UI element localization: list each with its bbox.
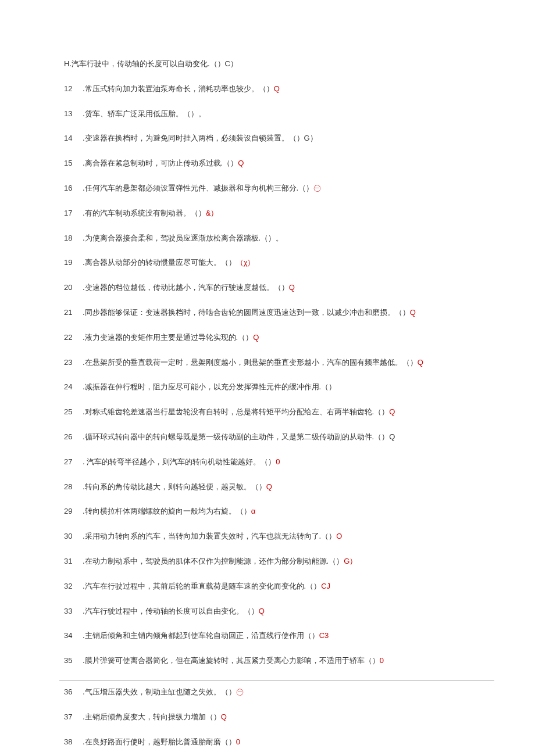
question-text: .对称式锥齿轮差速器当行星齿轮没有自转时，总是将转矩平均分配给左、右两半轴齿轮.…: [83, 406, 471, 418]
question-item: H.汽车行驶中，传动轴的长度可以自动变化.（）C）: [64, 58, 471, 70]
question-number: 35: [64, 655, 83, 667]
question-number: 22: [64, 332, 83, 344]
answer-mark: 0: [236, 737, 240, 746]
question-item: 32.汽车在行驶过程中，其前后轮的垂直载荷是随车速的变化而变化的.（）CJ: [64, 581, 471, 593]
question-number: 17: [64, 207, 83, 220]
question-item: 15.离合器在紧急制动时，可防止传动系过载.（）Q: [64, 157, 471, 170]
question-text: .循环球式转向器中的转向螺母既是第一级传动副的主动件，又是第二级传动副的从动件.…: [83, 431, 471, 443]
question-item: 18.为使离合器接合柔和，驾驶员应逐渐放松离合器踏板.（）。: [64, 232, 471, 245]
answer-mark: O: [336, 532, 342, 540]
question-number: 20: [64, 282, 83, 294]
question-body: .变速器的档位越低，传动比越小，汽车的行驶速度越低。（）: [83, 283, 289, 292]
question-number: 19: [64, 257, 83, 269]
question-number: 33: [64, 605, 83, 618]
answer-mark: CJ: [321, 582, 330, 590]
question-body: .对称式锥齿轮差速器当行星齿轮没有自转时，总是将转矩平均分配给左、右两半轴齿轮.…: [83, 407, 389, 416]
question-text: .转向系的角传动比越大，则转向越轻便，越灵敏。（）Q: [83, 481, 471, 493]
answer-mark: Q: [238, 159, 244, 167]
question-body: .任何汽车的悬架都必须设置弹性元件、减振器和导向机构三部分.（）: [83, 184, 313, 192]
question-item: 22.液力变速器的变矩作用主要是通过导轮实现的.（）Q: [64, 332, 471, 344]
question-body: .液力变速器的变矩作用主要是通过导轮实现的.（）: [83, 333, 253, 342]
answer-mark: ㊀: [313, 184, 321, 192]
question-item: 21.同步器能够保证：变速器换档时，待啮合齿轮的圆周速度迅速达到一致，以减少冲击…: [64, 307, 471, 319]
question-text: .减振器在伸行程时，阻力应尽可能小，以充分发挥弹性元件的缓冲作用.（）: [83, 381, 471, 393]
question-number: 28: [64, 481, 83, 493]
question-text: .汽车在行驶过程中，其前后轮的垂直载荷是随车速的变化而变化的.（）CJ: [83, 581, 471, 593]
question-text: .变速器在换档时，为避免同时挂入两档，必须装设自锁装置。（）G）: [83, 132, 471, 145]
question-item: 31.在动力制动系中，驾驶员的肌体不仅作为控制能源，还作为部分制动能源.（）G）: [64, 556, 471, 568]
question-text: .离合器在紧急制动时，可防止传动系过载.（）Q: [83, 157, 471, 170]
question-number: 38: [64, 736, 83, 748]
question-body: .减振器在伸行程时，阻力应尽可能小，以充分发挥弹性元件的缓冲作用.（）: [83, 382, 336, 391]
question-number: 25: [64, 406, 83, 418]
question-number: 34: [64, 630, 83, 642]
question-item: 12.常压式转向加力装置油泵寿命长，消耗功率也较少。（）Q: [64, 83, 471, 95]
question-body: .汽车行驶过程中，传动轴的长度可以自由变化。（）: [83, 607, 259, 615]
question-item: 24.减振器在伸行程时，阻力应尽可能小，以充分发挥弹性元件的缓冲作用.（）: [64, 381, 471, 393]
question-text: .任何汽车的悬架都必须设置弹性元件、减振器和导向机构三部分.（）㊀: [83, 182, 471, 195]
question-text: .液力变速器的变矩作用主要是通过导轮实现的.（）Q: [83, 332, 471, 344]
question-text: .主销后倾角度变大，转向操纵力增加（）Q: [83, 711, 471, 723]
question-item: 19.离合器从动部分的转动惯量应尽可能大。（）（χ）: [64, 257, 471, 269]
answer-mark: Q: [418, 358, 423, 367]
question-number: 12: [64, 83, 83, 95]
answer-mark: α: [251, 507, 256, 515]
question-body: .在悬架所受的垂直载荷一定时，悬架刚度越小，则悬架的垂直变形越小，汽车的固有频率…: [83, 358, 418, 367]
question-number: H: [64, 58, 69, 70]
question-body: .汽车行驶中，传动轴的长度可以自动变化.（）C）: [69, 59, 238, 68]
question-item: 17.有的汽车制动系统没有制动器。（）&）: [64, 207, 471, 220]
question-item: 29.转向横拉杆体两端螺纹的旋向一般均为右旋。（）α: [64, 506, 471, 518]
answer-mark: ㊀: [236, 687, 244, 696]
question-item: 28.转向系的角传动比越大，则转向越轻便，越灵敏。（）Q: [64, 481, 471, 493]
question-body: .变速器在换档时，为避免同时挂入两档，必须装设自锁装置。（）G）: [83, 134, 318, 142]
question-item: 38.在良好路面行使时，越野胎比普通胎耐磨（）0: [64, 736, 471, 748]
answer-mark: 0: [380, 656, 384, 665]
question-text: .在动力制动系中，驾驶员的肌体不仅作为控制能源，还作为部分制动能源.（）G）: [83, 556, 471, 568]
question-number: 15: [64, 157, 83, 170]
section-divider: [59, 680, 494, 680]
question-item: 37.主销后倾角度变大，转向操纵力增加（）Q: [64, 711, 471, 723]
question-item: 27. 汽车的转弯半径越小，则汽车的转向机动性能越好。（）0: [64, 456, 471, 468]
question-item: 16.任何汽车的悬架都必须设置弹性元件、减振器和导向机构三部分.（）㊀: [64, 182, 471, 195]
question-item: 35.膜片弹簧可使离合器简化，但在高速旋转时，其压紧力受离心力影响，不适用于轿车…: [64, 655, 471, 667]
question-body: .同步器能够保证：变速器换档时，待啮合齿轮的圆周速度迅速达到一致，以减少冲击和磨…: [83, 308, 410, 317]
question-text: .有的汽车制动系统没有制动器。（）&）: [83, 207, 471, 220]
answer-mark: （χ）: [236, 258, 255, 267]
question-body: .主销后倾角和主销内倾角都起到使车轮自动回正，沿直线行使作用（）: [83, 631, 319, 640]
question-body: . 汽车的转弯半径越小，则汽车的转向机动性能越好。（）: [83, 457, 276, 466]
answer-mark: C3: [319, 631, 329, 640]
answer-mark: G）: [344, 557, 357, 565]
question-item: 26.循环球式转向器中的转向螺母既是第一级传动副的主动件，又是第二级传动副的从动…: [64, 431, 471, 443]
question-text: .膜片弹簧可使离合器简化，但在高速旋转时，其压紧力受离心力影响，不适用于轿车（）…: [83, 655, 471, 667]
question-number: 31: [64, 556, 83, 568]
question-text: .货车、轿车广泛采用低压胎。（）。: [83, 108, 471, 120]
question-text: .汽车行驶中，传动轴的长度可以自动变化.（）C）: [69, 58, 471, 70]
question-text: .汽车行驶过程中，传动轴的长度可以自由变化。（）Q: [83, 605, 471, 618]
question-item: 25.对称式锥齿轮差速器当行星齿轮没有自转时，总是将转矩平均分配给左、右两半轴齿…: [64, 406, 471, 418]
question-item: 20.变速器的档位越低，传动比越小，汽车的行驶速度越低。（）Q: [64, 282, 471, 294]
question-item: 36.气压增压器失效，制动主缸也随之失效。（）㊀: [64, 686, 471, 698]
question-number: 36: [64, 686, 83, 698]
question-text: .常压式转向加力装置油泵寿命长，消耗功率也较少。（）Q: [83, 83, 471, 95]
question-body: .货车、轿车广泛采用低压胎。（）。: [83, 109, 206, 118]
question-text: .变速器的档位越低，传动比越小，汽车的行驶速度越低。（）Q: [83, 282, 471, 294]
question-number: 24: [64, 381, 83, 393]
question-number: 29: [64, 506, 83, 518]
question-body: .转向横拉杆体两端螺纹的旋向一般均为右旋。（）: [83, 507, 251, 515]
answer-mark: Q: [253, 333, 259, 342]
question-number: 16: [64, 182, 83, 195]
question-body: .在良好路面行使时，越野胎比普通胎耐磨（）: [83, 737, 236, 746]
question-number: 13: [64, 108, 83, 120]
question-text: .同步器能够保证：变速器换档时，待啮合齿轮的圆周速度迅速达到一致，以减少冲击和磨…: [83, 307, 471, 319]
question-item: 33.汽车行驶过程中，传动轴的长度可以自由变化。（）Q: [64, 605, 471, 618]
question-body: .采用动力转向系的汽车，当转向加力装置失效时，汽车也就无法转向了.（）: [83, 532, 336, 540]
question-text: .在悬架所受的垂直载荷一定时，悬架刚度越小，则悬架的垂直变形越小，汽车的固有频率…: [83, 357, 471, 369]
answer-mark: 0: [276, 457, 280, 466]
question-item: 23.在悬架所受的垂直载荷一定时，悬架刚度越小，则悬架的垂直变形越小，汽车的固有…: [64, 357, 471, 369]
question-number: 14: [64, 132, 83, 145]
question-body: .离合器从动部分的转动惯量应尽可能大。（）: [83, 258, 236, 267]
question-body: .为使离合器接合柔和，驾驶员应逐渐放松离合器踏板.（）。: [83, 234, 283, 242]
question-body: .气压增压器失效，制动主缸也随之失效。（）: [83, 687, 236, 696]
question-item: 30.采用动力转向系的汽车，当转向加力装置失效时，汽车也就无法转向了.（）O: [64, 531, 471, 543]
question-body: .膜片弹簧可使离合器简化，但在高速旋转时，其压紧力受离心力影响，不适用于轿车（）: [83, 656, 380, 665]
